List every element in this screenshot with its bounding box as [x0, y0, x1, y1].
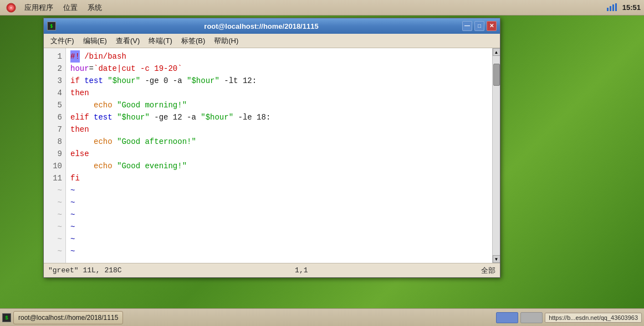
taskbar-indicator-2 — [520, 312, 543, 323]
svg-point-2 — [10, 7, 12, 9]
taskbar-bottom-left: $ root@localhost://home/2018/1115 — [2, 311, 123, 324]
code-line-10: echo "Good evening!" — [70, 160, 488, 172]
tilde-5: ~ — [70, 233, 488, 245]
statusbar-position: 1,1 — [122, 266, 481, 275]
code-line-2: hour=`date|cut -c 19-20` — [70, 63, 488, 75]
scrollbar-right[interactable]: ▲ ▼ — [492, 48, 500, 263]
window-controls-left: $ — [47, 22, 56, 30]
distro-logo — [3, 2, 19, 13]
taskbar-app-label: root@localhost://home/2018/1115 — [18, 314, 118, 322]
taskbar-bottom-right: https://b...esdn.net/qq_43603963 — [496, 312, 642, 323]
menu-help[interactable]: 帮助(H) — [209, 35, 243, 47]
code-line-5: echo "Good morning!" — [70, 99, 488, 111]
scroll-up-arrow[interactable]: ▲ — [493, 48, 500, 56]
terminal-window: $ root@localhost://home/2018/1115 — □ ✕ … — [43, 18, 500, 278]
maximize-button[interactable]: □ — [474, 21, 484, 31]
svg-rect-6 — [615, 3, 617, 11]
taskbar-app-button[interactable]: root@localhost://home/2018/1115 — [13, 311, 123, 324]
window-controls-right[interactable]: — □ ✕ — [462, 21, 497, 31]
menu-view[interactable]: 查看(V) — [111, 35, 144, 47]
taskbar-top-left: 应用程序 位置 系统 — [3, 2, 606, 14]
svg-rect-4 — [610, 6, 611, 11]
code-line-11: fi — [70, 172, 488, 184]
svg-rect-3 — [607, 8, 609, 11]
tilde-6: ~ — [70, 245, 488, 257]
code-line-9: else — [70, 148, 488, 160]
menu-file[interactable]: 文件(F) — [46, 35, 79, 47]
statusbar-range: 全部 — [481, 266, 495, 276]
close-button[interactable]: ✕ — [487, 21, 497, 31]
tilde-4: ~ — [70, 221, 488, 233]
window-title: root@localhost://home/2018/1115 — [60, 22, 462, 30]
menu-tabs[interactable]: 标签(B) — [177, 35, 209, 47]
code-line-6: elif test "$hour" -ge 12 -a "$hour" -le … — [70, 111, 488, 123]
menu-terminal[interactable]: 终端(T) — [144, 35, 177, 47]
terminal-taskbar-icon: $ — [2, 313, 11, 322]
network-icon — [606, 3, 618, 13]
editor-content: 1 2 3 4 5 6 7 8 9 10 11 ~ ~ ~ ~ ~ ~ — [44, 48, 500, 263]
menu-apps[interactable]: 应用程序 — [20, 2, 58, 14]
code-line-8: echo "Good afternoon!" — [70, 136, 488, 148]
code-line-3: if test "$hour" -ge 0 -a "$hour" -lt 12: — [70, 75, 488, 87]
menu-places[interactable]: 位置 — [59, 2, 82, 14]
scroll-thumb[interactable] — [493, 64, 500, 86]
tilde-1: ~ — [70, 184, 488, 196]
minimize-button[interactable]: — — [462, 21, 472, 31]
window-titlebar: $ root@localhost://home/2018/1115 — □ ✕ — [44, 18, 500, 34]
taskbar-bottom: $ root@localhost://home/2018/1115 https:… — [0, 308, 644, 326]
statusbar: "greet" 11L, 218C 1,1 全部 — [44, 263, 500, 277]
clock: 15:51 — [622, 3, 641, 12]
menu-edit[interactable]: 编辑(E) — [79, 35, 111, 47]
line-numbers: 1 2 3 4 5 6 7 8 9 10 11 ~ ~ ~ ~ ~ ~ — [44, 48, 66, 263]
window-menubar: 文件(F) 编辑(E) 查看(V) 终端(T) 标签(B) 帮助(H) — [44, 34, 500, 48]
scroll-down-arrow[interactable]: ▼ — [493, 255, 500, 263]
editor-area[interactable]: 1 2 3 4 5 6 7 8 9 10 11 ~ ~ ~ ~ ~ ~ — [44, 48, 500, 277]
window-icon: $ — [47, 22, 56, 30]
code-area[interactable]: #! /bin/bash hour=`date|cut -c 19-20` if… — [66, 48, 492, 263]
menu-system[interactable]: 系统 — [83, 2, 106, 14]
taskbar-indicator-1 — [496, 312, 518, 323]
taskbar-url-hint: https://b...esdn.net/qq_43603963 — [545, 313, 642, 323]
svg-rect-5 — [612, 4, 614, 11]
tilde-3: ~ — [70, 209, 488, 221]
taskbar-top: 应用程序 位置 系统 15:51 — [0, 0, 644, 15]
code-line-1: #! /bin/bash — [70, 50, 488, 63]
tilde-2: ~ — [70, 196, 488, 209]
code-line-4: then — [70, 87, 488, 99]
statusbar-file-info: "greet" 11L, 218C — [48, 266, 122, 275]
taskbar-top-right: 15:51 — [606, 3, 641, 13]
code-line-7: then — [70, 123, 488, 136]
